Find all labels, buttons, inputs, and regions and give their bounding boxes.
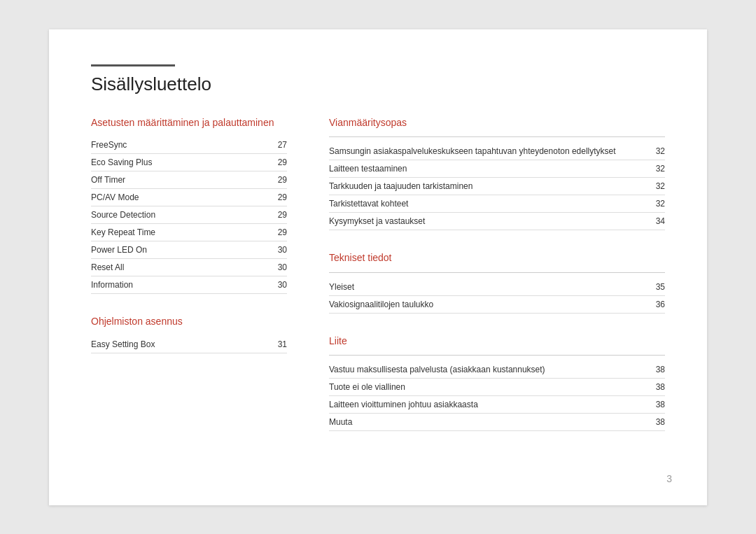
toc-item-page: 30	[262, 259, 287, 276]
table-row: Source Detection29	[91, 206, 287, 224]
table-row: Off Timer29	[91, 171, 287, 189]
toc-item-label: Information	[91, 276, 262, 294]
section-heading-ohjelmiston: Ohjelmiston asennus	[91, 315, 287, 329]
section-divider-1	[329, 136, 665, 137]
toc-item-page: 29	[262, 171, 287, 189]
toc-item-page: 29	[262, 189, 287, 206]
section-liite: Liite Vastuu maksullisesta palvelusta (a…	[329, 335, 665, 432]
toc-item-page: 38	[651, 396, 665, 414]
table-row: PC/AV Mode29	[91, 189, 287, 206]
toc-item-label: Vakiosignaalitilojen taulukko	[329, 295, 638, 313]
section-divider-2	[329, 272, 665, 273]
toc-item-page: 29	[262, 224, 287, 241]
columns: Asetusten määrittäminen ja palauttaminen…	[91, 116, 665, 453]
table-row: Laitteen testaaminen32	[329, 160, 665, 178]
table-row: Key Repeat Time29	[91, 224, 287, 241]
section-tekniset: Tekniset tiedot Yleiset35Vakiosignaaliti…	[329, 251, 665, 314]
section-vianmaaritysopas: Vianmääritysopas Samsungin asiakaspalvel…	[329, 116, 665, 231]
toc-item-label: Tarkkuuden ja taajuuden tarkistaminen	[329, 178, 654, 195]
page: Sisällysluettelo Asetusten määrittäminen…	[49, 29, 707, 505]
page-title: Sisällysluettelo	[91, 73, 665, 95]
toc-item-label: Off Timer	[91, 171, 262, 189]
table-row: FreeSync27	[91, 136, 287, 154]
table-row: Power LED On30	[91, 241, 287, 259]
toc-item-page: 38	[651, 379, 665, 396]
toc-item-label: Easy Setting Box	[91, 336, 262, 353]
toc-item-label: Kysymykset ja vastaukset	[329, 213, 654, 230]
table-row: Yleiset35	[329, 279, 665, 296]
section-asetusten: Asetusten määrittäminen ja palauttaminen…	[91, 116, 287, 295]
toc-item-label: Laitteen vioittuminen johtuu asiakkaasta	[329, 396, 651, 414]
toc-item-page: 30	[262, 276, 287, 294]
section-heading-vianmaaritysopas: Vianmääritysopas	[329, 116, 665, 130]
toc-item-page: 30	[262, 241, 287, 259]
table-row: Vastuu maksullisesta palvelusta (asiakka…	[329, 361, 665, 379]
toc-item-label: Eco Saving Plus	[91, 154, 262, 171]
toc-item-label: FreeSync	[91, 136, 262, 154]
table-row: Reset All30	[91, 259, 287, 276]
toc-table-tekniset: Yleiset35Vakiosignaalitilojen taulukko36	[329, 279, 665, 314]
toc-item-label: Samsungin asiakaspalvelukeskukseen tapah…	[329, 143, 654, 160]
toc-item-label: Reset All	[91, 259, 262, 276]
toc-item-page: 32	[654, 195, 665, 213]
toc-item-page: 36	[638, 295, 665, 313]
toc-item-label: Vastuu maksullisesta palvelusta (asiakka…	[329, 361, 651, 379]
toc-item-label: Laitteen testaaminen	[329, 160, 654, 178]
toc-item-page: 35	[638, 279, 665, 296]
table-row: Muuta38	[329, 414, 665, 431]
toc-item-page: 32	[654, 143, 665, 160]
table-row: Kysymykset ja vastaukset34	[329, 213, 665, 230]
toc-item-label: Yleiset	[329, 279, 638, 296]
toc-table-ohjelmiston: Easy Setting Box31	[91, 336, 287, 353]
table-row: Laitteen vioittuminen johtuu asiakkaasta…	[329, 396, 665, 414]
toc-item-page: 32	[654, 178, 665, 195]
table-row: Tuote ei ole viallinen38	[329, 379, 665, 396]
toc-table-asetusten: FreeSync27Eco Saving Plus29Off Timer29PC…	[91, 136, 287, 294]
toc-table-liite: Vastuu maksullisesta palvelusta (asiakka…	[329, 361, 665, 431]
section-heading-tekniset: Tekniset tiedot	[329, 251, 665, 265]
toc-item-label: Source Detection	[91, 206, 262, 224]
table-row: Vakiosignaalitilojen taulukko36	[329, 295, 665, 313]
section-heading-liite: Liite	[329, 335, 665, 349]
toc-item-page: 29	[262, 154, 287, 171]
toc-item-label: Key Repeat Time	[91, 224, 262, 241]
toc-item-page: 32	[654, 160, 665, 178]
section-heading-asetusten: Asetusten määrittäminen ja palauttaminen	[91, 116, 287, 130]
table-row: Tarkistettavat kohteet32	[329, 195, 665, 213]
toc-item-label: Tarkistettavat kohteet	[329, 195, 654, 213]
toc-item-label: Power LED On	[91, 241, 262, 259]
toc-item-label: Muuta	[329, 414, 651, 431]
page-number: 3	[666, 473, 672, 484]
toc-item-page: 27	[262, 136, 287, 154]
section-divider-3	[329, 355, 665, 356]
right-column: Vianmääritysopas Samsungin asiakaspalvel…	[329, 116, 665, 453]
toc-item-label: PC/AV Mode	[91, 189, 262, 206]
table-row: Easy Setting Box31	[91, 336, 287, 353]
table-row: Eco Saving Plus29	[91, 154, 287, 171]
table-row: Tarkkuuden ja taajuuden tarkistaminen32	[329, 178, 665, 195]
toc-item-page: 31	[262, 336, 287, 353]
left-column: Asetusten määrittäminen ja palauttaminen…	[91, 116, 287, 453]
toc-table-vianmaaritysopas: Samsungin asiakaspalvelukeskukseen tapah…	[329, 143, 665, 230]
section-ohjelmiston: Ohjelmiston asennus Easy Setting Box31	[91, 315, 287, 353]
toc-item-page: 29	[262, 206, 287, 224]
toc-item-label: Tuote ei ole viallinen	[329, 379, 651, 396]
table-row: Samsungin asiakaspalvelukeskukseen tapah…	[329, 143, 665, 160]
toc-item-page: 38	[651, 361, 665, 379]
title-bar	[91, 64, 175, 66]
toc-item-page: 38	[651, 414, 665, 431]
table-row: Information30	[91, 276, 287, 294]
toc-item-page: 34	[654, 213, 665, 230]
